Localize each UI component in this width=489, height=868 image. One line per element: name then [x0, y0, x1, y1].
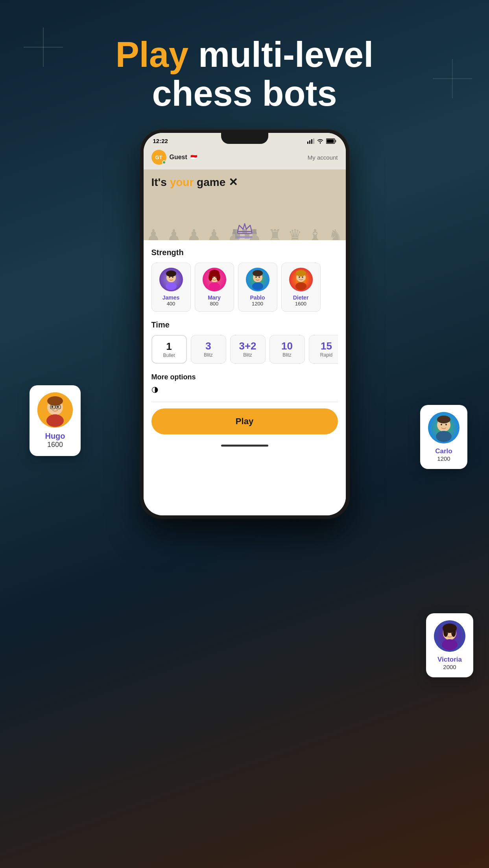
tagline-suffix: game ✕ — [194, 176, 238, 188]
time-type-bullet: Bullet — [163, 353, 175, 358]
time-card-3plus2[interactable]: 3+2 Blitz — [230, 335, 266, 364]
victoria-rating: 2000 — [443, 664, 456, 670]
svg-point-69 — [295, 282, 306, 290]
carlo-name: Carlo — [435, 447, 452, 455]
pablo-avatar — [246, 268, 269, 291]
status-time: 12:22 — [153, 138, 168, 144]
svg-point-67 — [299, 276, 300, 278]
time-type-10blitz: Blitz — [282, 352, 292, 358]
tagline-highlight: your — [170, 176, 194, 188]
svg-point-53 — [209, 273, 212, 281]
svg-rect-27 — [307, 142, 308, 144]
victoria-float-card[interactable]: Victoria 2000 — [426, 613, 473, 677]
svg-point-48 — [172, 276, 173, 278]
play-button[interactable]: Play — [151, 408, 338, 434]
strength-title: Strength — [151, 248, 338, 257]
svg-point-66 — [296, 270, 306, 276]
svg-point-6 — [47, 396, 63, 406]
chess-background: It's your game ✕ ♟♟♟♟♟♟ ♜♛♝♞ — [144, 169, 346, 240]
time-type-3plus2: Blitz — [243, 352, 252, 358]
svg-rect-28 — [309, 140, 310, 144]
time-value-1: 1 — [166, 340, 172, 353]
status-icons — [307, 138, 336, 144]
svg-point-55 — [212, 276, 214, 278]
bot-card-james[interactable]: James 400 — [151, 263, 191, 312]
wifi-icon — [317, 138, 324, 144]
svg-point-17 — [445, 424, 447, 425]
guest-label: Guest — [170, 154, 187, 161]
time-card-3blitz[interactable]: 3 Blitz — [191, 335, 226, 364]
flag-icon: 🇮🇩 — [190, 154, 197, 160]
time-value-3: 3 — [205, 340, 211, 352]
svg-point-25 — [451, 632, 453, 634]
tagline-prefix: It's — [151, 176, 170, 188]
svg-point-7 — [52, 406, 54, 408]
more-options-section: More options ◑ — [151, 373, 338, 394]
time-row: 1 Bullet 3 Blitz 3+2 Blitz 10 Blitz — [151, 335, 338, 364]
james-name: James — [162, 294, 180, 301]
time-card-10blitz[interactable]: 10 Blitz — [269, 335, 305, 364]
crown-icon — [236, 221, 253, 235]
time-card-15rapid[interactable]: 15 Rapid — [309, 335, 338, 364]
guest-badge[interactable]: GT Guest 🇮🇩 — [151, 150, 197, 165]
svg-point-62 — [258, 276, 260, 278]
half-moon-icon: ◑ — [151, 384, 338, 394]
bottom-sheet: Strength — [144, 240, 346, 515]
carlo-avatar — [428, 412, 459, 443]
battery-icon — [326, 138, 336, 144]
victoria-name: Victoria — [437, 656, 462, 664]
time-card-bullet[interactable]: 1 Bullet — [151, 335, 187, 364]
time-type-15rapid: Rapid — [320, 352, 332, 358]
bot-card-pablo[interactable]: Pablo 1200 — [238, 263, 277, 312]
svg-rect-30 — [313, 138, 314, 144]
svg-rect-43 — [238, 232, 252, 234]
svg-point-61 — [255, 276, 257, 278]
time-value-15: 15 — [321, 340, 332, 352]
hugo-rating: 1600 — [47, 441, 63, 449]
divider — [151, 402, 338, 402]
svg-point-23 — [451, 627, 456, 637]
carlo-rating: 1200 — [437, 455, 450, 462]
james-avatar — [159, 268, 183, 291]
svg-point-22 — [443, 627, 448, 637]
hero-play-text: Play — [116, 35, 188, 74]
signal-icon — [307, 138, 314, 144]
bot-card-mary[interactable]: Mary 800 — [195, 263, 234, 312]
svg-rect-29 — [311, 139, 312, 144]
mary-name: Mary — [208, 294, 221, 301]
pablo-name: Pablo — [250, 294, 265, 301]
phone-mockup: 12:22 — [140, 130, 349, 519]
mary-rating: 800 — [210, 301, 219, 307]
svg-point-8 — [57, 406, 59, 408]
carlo-float-card[interactable]: Carlo 1200 — [420, 405, 467, 469]
phone-notch — [221, 133, 268, 144]
svg-point-56 — [215, 276, 217, 278]
svg-point-15 — [437, 416, 450, 423]
time-type-3blitz: Blitz — [204, 352, 213, 358]
svg-point-18 — [436, 431, 452, 442]
svg-point-47 — [169, 276, 170, 278]
app-header: GT Guest 🇮🇩 My account — [144, 147, 346, 169]
svg-point-24 — [447, 632, 448, 634]
home-indicator — [221, 445, 268, 447]
svg-point-12 — [46, 414, 64, 427]
my-account-link[interactable]: My account — [308, 154, 338, 161]
bots-row: James 400 — [151, 263, 338, 312]
hugo-float-card[interactable]: Hugo 1600 — [30, 385, 81, 456]
mary-avatar — [203, 268, 226, 291]
dieter-avatar — [289, 268, 313, 291]
svg-point-46 — [166, 270, 176, 277]
bot-card-dieter[interactable]: Dieter 1600 — [281, 263, 321, 312]
time-value-10: 10 — [281, 340, 293, 352]
svg-point-16 — [441, 424, 442, 425]
victoria-avatar — [434, 620, 465, 652]
svg-rect-33 — [327, 139, 334, 143]
pablo-rating: 1200 — [252, 301, 263, 307]
svg-rect-32 — [335, 140, 336, 142]
svg-point-57 — [209, 282, 220, 290]
time-value-3plus2: 3+2 — [239, 340, 256, 352]
time-title: Time — [151, 320, 338, 329]
svg-point-26 — [442, 639, 458, 650]
gt-logo: GT — [151, 150, 166, 165]
hugo-name: Hugo — [45, 432, 65, 441]
